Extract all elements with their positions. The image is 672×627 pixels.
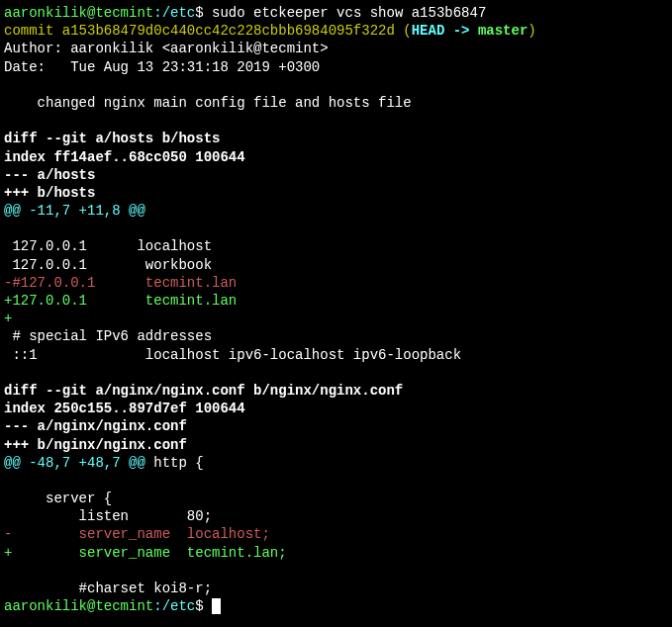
hunk-header: @@ -48,7 +48,7 @@ [4,455,145,471]
dollar-sign: $ [195,5,212,21]
context-line: ::1 localhost ipv6-localhost ipv6-loopba… [4,347,461,363]
added-line: + [4,311,12,326]
added-line: +127.0.0.1 tecmint.lan [4,293,237,309]
context-line: # special IPv6 addresses [4,328,212,344]
commit-hash: a153b68479d0c440cc42c228cbbb6984095f322d [62,23,395,39]
prompt-line-1: aaronkilik@tecmint:/etc$ sudo etckeeper … [4,5,486,21]
removed-line: -#127.0.0.1 tecmint.lan [4,275,237,291]
diff-minus-file: --- a/hosts [4,167,95,183]
context-line: 127.0.0.1 workbook [4,257,212,273]
prompt-line-2: aaronkilik@tecmint:/etc$ [4,598,221,614]
added-line: + server_name tecmint.lan; [4,545,287,561]
hunk-context: http { [145,455,204,471]
diff-index: index 250c155..897d7ef 100644 [4,401,245,416]
commit-label: commit [4,23,62,39]
branch-name: master [478,23,528,39]
context-line: 127.0.0.1 localhost [4,238,212,254]
command-text: sudo etckeeper vcs show a153b6847 [212,5,486,21]
author-line: Author: aaronkilik <aaronkilik@tecmint> [4,41,329,56]
terminal[interactable]: aaronkilik@tecmint:/etc$ sudo etckeeper … [4,4,668,615]
open-paren: ( [395,23,412,39]
diff-index: index ff14aef..68cc050 100644 [4,149,245,165]
diff-plus-file: +++ b/nginx/nginx.conf [4,437,187,453]
context-line: listen 80; [4,508,212,524]
cwd-path: :/etc [153,598,195,614]
hunk-header: @@ -11,7 +11,8 @@ [4,203,145,219]
date-line: Date: Tue Aug 13 23:31:18 2019 +0300 [4,59,320,75]
cwd-path: :/etc [153,5,195,21]
hunk-line: @@ -48,7 +48,7 @@ http { [4,455,204,471]
diff-minus-file: --- a/nginx/nginx.conf [4,418,187,434]
diff-header: diff --git a/nginx/nginx.conf b/nginx/ng… [4,383,403,399]
user-host: aaronkilik@tecmint [4,598,153,614]
close-paren: ) [528,23,535,39]
removed-line: - server_name localhost; [4,526,270,542]
dollar-sign: $ [195,598,212,614]
user-host: aaronkilik@tecmint [4,5,153,21]
commit-message: changed nginx main config file and hosts… [4,95,412,111]
diff-header: diff --git a/hosts b/hosts [4,131,220,146]
diff-plus-file: +++ b/hosts [4,185,95,201]
cursor-icon [212,598,221,614]
commit-line: commit a153b68479d0c440cc42c228cbbb69840… [4,23,536,39]
head-ref: HEAD -> [412,23,478,39]
context-line: server { [4,491,112,506]
context-line: #charset koi8-r; [4,581,212,596]
